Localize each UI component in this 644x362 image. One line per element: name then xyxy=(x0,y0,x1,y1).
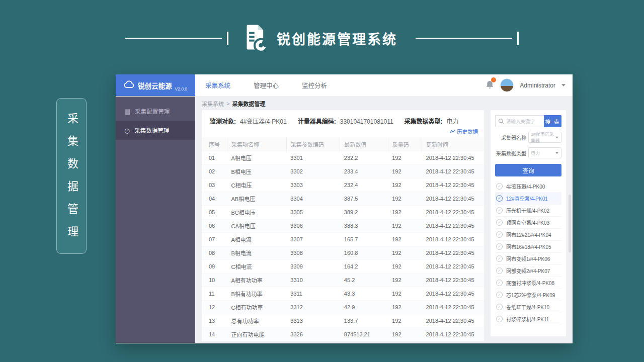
col-header-update-time: 更新时间 xyxy=(422,137,484,151)
banner-left-tick xyxy=(227,32,228,45)
query-button[interactable]: 查询 xyxy=(495,164,561,176)
clock-icon: ◷ xyxy=(124,127,130,134)
trend-line-icon xyxy=(450,129,455,134)
grid-icon: ▤ xyxy=(124,108,130,115)
chevron-down-icon xyxy=(555,152,558,154)
document-logo-icon xyxy=(242,23,270,53)
table-row: 01A相电压3301232.21922018-4-12 22:30:45 xyxy=(202,151,484,165)
device-list-item[interactable]: ✓4#变压器/4-PK00 xyxy=(495,180,561,193)
table-row: 03C相电压3303232.41922018-4-12 22:30:45 xyxy=(202,178,484,192)
table-row: 11B相有功功率331143.31922018-4-12 22:30:45 xyxy=(202,287,484,301)
app-logo-name: 锐创云能源 xyxy=(138,80,172,90)
filter-panel: 搜 索 采集器名称 1#配电房采集器 采集数据类型 电力 xyxy=(491,110,566,336)
monitor-object-value: 4#变压器/4-PK01 xyxy=(240,117,287,125)
cloud-icon xyxy=(124,80,135,90)
check-circle-icon: ✓ xyxy=(496,267,503,274)
col-header-index: 序号 xyxy=(202,137,227,151)
user-name: Administrator xyxy=(520,82,555,89)
nav-item-manage-center[interactable]: 管理中心 xyxy=(254,80,279,90)
section-label-text: 采集数据管理 xyxy=(56,104,87,248)
app-logo: 锐创云能源 V2.0.0 xyxy=(116,74,195,96)
device-list-item[interactable]: ✓衬浆碎浆机/4-PK11 xyxy=(495,313,561,325)
check-circle-icon: ✓ xyxy=(496,255,503,262)
app-header: 锐创云能源 V2.0.0 采集系统 管理中心 监控分析 Administrato… xyxy=(116,74,573,97)
monitor-info-bar: 监测对象: 4#变压器/4-PK01 计量器具编码: 3301041701081… xyxy=(202,110,484,127)
page-title: 锐创能源管理系统 xyxy=(277,29,397,48)
device-list-item[interactable]: ✓底面衬冲浆泵/4-PK08 xyxy=(495,277,561,289)
table-row: 05BC相电压3305389.21922018-4-12 22:30:45 xyxy=(202,206,484,219)
main-content: 采集系统 > 采集数据管理 监测对象: 4#变压器/4-PK01 计量器具编码:… xyxy=(195,97,573,343)
search-button[interactable]: 搜 索 xyxy=(544,115,561,127)
chevron-down-icon[interactable] xyxy=(561,84,566,86)
table-row: 14正向有功电能3326874513.211922018-4-12 22:30:… xyxy=(202,328,484,341)
header-right: Administrator xyxy=(486,74,573,96)
data-type-filter-label: 采集数据类型 xyxy=(495,149,526,157)
notification-badge xyxy=(491,77,496,82)
collector-name-select[interactable]: 1#配电房采集器 xyxy=(528,132,561,143)
scrollbar-thumb[interactable] xyxy=(569,195,571,252)
table-row: 06CA相电压3306388.31922018-4-12 22:30:45 xyxy=(202,219,484,233)
page-banner: 锐创能源管理系统 xyxy=(0,22,644,54)
device-list-item[interactable]: ✓芯1芯2冲浆泵/4-PK09 xyxy=(495,289,561,301)
data-type-label: 采集数据类型: xyxy=(405,117,443,125)
breadcrumb-parent[interactable]: 采集系统 xyxy=(202,100,224,108)
col-header-quality-code: 质量码 xyxy=(388,137,422,151)
table-row: 09C相电流3309164.21922018-4-12 22:30:45 xyxy=(202,260,484,274)
search-input[interactable] xyxy=(506,119,541,124)
breadcrumb-separator: > xyxy=(226,101,229,107)
table-row: 07A相电流3307165.71922018-4-12 22:30:45 xyxy=(202,233,484,246)
banner-left-line xyxy=(125,38,222,39)
table-row: 10A相有功功率331045.21922018-4-12 22:30:45 xyxy=(202,274,484,287)
section-label-card: 采集数据管理 xyxy=(56,98,87,254)
history-data-link[interactable]: 历史数据 xyxy=(202,127,484,137)
device-list-item[interactable]: ✓12#真空泵/4-PK01 xyxy=(495,193,561,205)
monitor-object-label: 监测对象: xyxy=(210,117,236,125)
app-window: 锐创云能源 V2.0.0 采集系统 管理中心 监控分析 Administrato… xyxy=(116,74,573,343)
nav-item-monitor-analysis[interactable]: 监控分析 xyxy=(302,80,327,90)
device-list-item[interactable]: ✓网部变频2#/4-PK07 xyxy=(495,265,561,277)
device-list-item[interactable]: ✓卷纸缸干燥/4-PK10 xyxy=(495,301,561,313)
breadcrumb-current: 采集数据管理 xyxy=(232,100,265,108)
sidebar-item-collect-config[interactable]: ▤ 采集配置管理 xyxy=(116,102,195,121)
check-circle-icon: ✓ xyxy=(496,195,503,202)
col-header-latest-value: 最新数值 xyxy=(340,137,388,151)
app-logo-version: V2.0.0 xyxy=(175,86,187,92)
check-circle-icon: ✓ xyxy=(496,316,503,322)
device-list-item[interactable]: ✓压光机干燥/4-PK02 xyxy=(495,205,561,217)
data-type-value: 电力 xyxy=(447,117,459,125)
table-header-row: 序号 采集项名称 采集参数编码 最新数值 质量码 更新时间 xyxy=(202,137,484,151)
chevron-down-icon xyxy=(555,136,558,138)
user-avatar[interactable] xyxy=(500,78,514,92)
data-table-body: 01A相电压3301232.21922018-4-12 22:30:4502B相… xyxy=(202,151,484,341)
check-circle-icon: ✓ xyxy=(496,304,503,310)
check-circle-icon: ✓ xyxy=(496,219,503,226)
banner-right-tick xyxy=(517,32,519,45)
table-row: 12C相有功功率331242.91922018-4-12 22:30:45 xyxy=(202,301,484,314)
device-list-item[interactable]: ✓顶网真空泵/4-PK03 xyxy=(495,217,561,229)
check-circle-icon: ✓ xyxy=(496,292,503,298)
device-list-item[interactable]: ✓网布变频1#/4-PK06 xyxy=(495,253,561,265)
check-circle-icon: ✓ xyxy=(496,243,503,250)
collector-name-label: 采集器名称 xyxy=(495,134,526,141)
notification-bell-icon[interactable] xyxy=(486,80,494,91)
col-header-item-name: 采集项名称 xyxy=(227,137,286,151)
table-row: 02B相电压3302233.41922018-4-12 22:30:45 xyxy=(202,165,484,178)
app-body: ▤ 采集配置管理 ◷ 采集数据管理 采集系统 > 采集数据管理 监测对象: 4#… xyxy=(116,97,573,343)
device-list-item[interactable]: ✓网布12#21#/4-PK04 xyxy=(495,229,561,241)
sidebar-item-collect-data[interactable]: ◷ 采集数据管理 xyxy=(116,121,195,140)
nav-item-collect-system[interactable]: 采集系统 xyxy=(205,80,230,90)
data-type-select[interactable]: 电力 xyxy=(528,147,561,158)
check-circle-icon: ✓ xyxy=(496,231,503,238)
pagination-bar: 共1页 第1/1页 每页 15 条 ‹123...4950› 首页 xyxy=(202,341,484,343)
check-circle-icon: ✓ xyxy=(496,280,503,286)
data-card: 监测对象: 4#变压器/4-PK01 计量器具编码: 3301041701081… xyxy=(202,110,484,336)
check-circle-icon: ✓ xyxy=(496,183,503,190)
device-list-item[interactable]: ✓网布16#18#/4-PK05 xyxy=(495,241,561,253)
search-icon xyxy=(498,118,504,124)
col-header-param-code: 采集参数编码 xyxy=(286,137,340,151)
breadcrumb: 采集系统 > 采集数据管理 xyxy=(202,97,566,110)
left-sidebar: ▤ 采集配置管理 ◷ 采集数据管理 xyxy=(116,97,195,343)
table-row: 13总有功功率3313133.71922018-4-12 22:30:45 xyxy=(202,314,484,328)
meter-code-label: 计量器具编码: xyxy=(298,117,336,125)
table-row: 08B相电流3308160.81922018-4-12 22:30:45 xyxy=(202,246,484,260)
